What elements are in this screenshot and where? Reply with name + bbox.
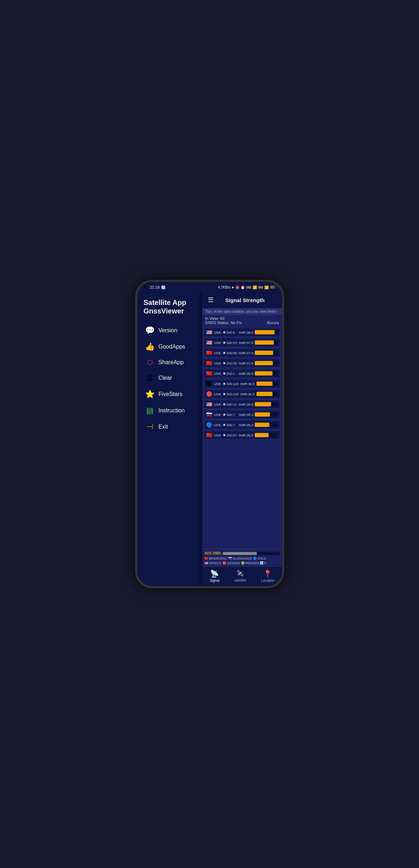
sidebar-item-instruction[interactable]: ▤ Instruction: [144, 402, 208, 419]
satellite-row: 🔴 USE: ✖ SID:195 SNR:36.5: [204, 389, 280, 399]
gnss-flag: 🟢: [241, 561, 245, 565]
signal-nav-label: Signal: [210, 579, 220, 583]
sat-flag: 🇷🇺: [206, 412, 213, 417]
sat-bar-container: [255, 340, 278, 345]
sat-flag: 🇺🇸: [206, 329, 213, 335]
sat-bar-container: [255, 361, 278, 365]
gnss-flag: 🇨🇳: [204, 557, 208, 560]
refresh-icon: 🔄: [161, 285, 165, 289]
time-display: 21:16: [150, 285, 160, 289]
sat-bar: [257, 382, 272, 386]
gnss-count-item: 🇺🇸GPS(11): [204, 561, 221, 565]
sat-bar-container: [255, 423, 278, 427]
panel-title: Signal Strength: [219, 297, 271, 303]
satellite-row: 🇨🇳 USE: ✖ SID:1 SNR:36.8: [204, 369, 280, 378]
instruction-icon: ▤: [145, 406, 155, 415]
hd-icon: HD: [246, 286, 252, 289]
goodapps-icon: 👍: [145, 342, 155, 351]
gnss-status-row: GNSS Status: No Fix Accura: [205, 321, 279, 325]
sat-snr: SNR:36.5: [240, 382, 255, 386]
satellites-list: 🇺🇸 USE: ✖ SID:5 SNR:38.0 🇺🇸 USE: ✖ SID:2…: [202, 326, 282, 549]
sat-snr: SNR:35.3: [238, 413, 253, 417]
sat-snr: SNR:36.5: [240, 392, 255, 396]
sidebar-item-version[interactable]: 💬 Version: [144, 322, 208, 339]
gnss-flag: 🇷🇺: [228, 557, 232, 560]
sat-bar: [255, 402, 271, 406]
sat-info: USE: ✖ SID:1: [214, 372, 237, 375]
sat-flag: 🇺🇸: [206, 401, 213, 407]
avg-snr-row: AVG SNR:: [204, 551, 280, 555]
sat-flag: 🇨🇳: [206, 432, 213, 438]
in-view-text: In View: 60: [205, 316, 224, 321]
gnss-label: BEIDOU(31): [209, 557, 227, 560]
phone-inner: 21:16 🔄 4.7KB/s ➤ 🔇 ⏰ HD 📶 HD 📶 97 S: [137, 282, 282, 586]
clear-icon: 🗑: [145, 373, 155, 383]
sat-info: USE: ✖ SID:195: [214, 392, 239, 396]
satellite-row: 🔵 USE: ✖ SID:7 SNR:35.2: [204, 420, 280, 429]
sidebar-item-shareapp[interactable]: ⬡ ShareApp: [144, 355, 208, 370]
shareapp-icon: ⬡: [145, 358, 155, 366]
sidebar-item-clear[interactable]: 🗑 Clear: [144, 370, 208, 386]
gnss-count-item: 🟢IRNSS(0): [241, 561, 259, 565]
satellite-nav-icon: 🛰: [237, 569, 244, 578]
status-left: 21:16 🔄: [144, 285, 166, 289]
signal-4g-2: 📶: [264, 285, 269, 289]
sat-flag: 🇺🇸: [206, 340, 213, 345]
sat-flag: 🅰: [206, 381, 213, 386]
satellite-row: 🇺🇸 USE: ✖ SID:23 SNR:37.8: [204, 338, 280, 347]
sat-info: USE: ✖ SID:59: [214, 351, 237, 355]
signal-nav-icon: 📡: [210, 569, 219, 578]
gnss-flag: 🔵: [253, 557, 257, 560]
hd-icon-2: HD: [258, 286, 264, 289]
status-bar: 21:16 🔄 4.7KB/s ➤ 🔇 ⏰ HD 📶 HD 📶 97: [137, 282, 282, 292]
sat-flag: 🇨🇳: [206, 371, 213, 376]
fivestars-label: FiveStars: [159, 391, 183, 397]
fivestars-icon: ⭐: [145, 390, 155, 399]
gnss-label: S: [264, 561, 266, 565]
sat-snr: SNR:37.8: [238, 341, 253, 345]
sidebar-item-exit[interactable]: ⊣ Exit: [144, 419, 208, 435]
sat-bar: [255, 371, 272, 375]
sidebar-menu: 💬 Version 👍 GoodApps ⬡ ShareApp 🗑 Clear: [144, 322, 208, 582]
clear-label: Clear: [159, 375, 172, 381]
sat-flag: 🔵: [206, 422, 213, 428]
sat-bar: [255, 423, 269, 427]
sat-flag: 🇨🇳: [206, 350, 213, 356]
avg-snr-bar: [223, 552, 280, 555]
sat-bar-container: [255, 351, 278, 355]
hamburger-button[interactable]: ☰: [206, 295, 216, 305]
exit-icon: ⊣: [145, 422, 155, 432]
nav-signal[interactable]: 📡 Signal: [205, 569, 224, 583]
version-icon: 💬: [145, 326, 155, 335]
gnss-status-text: GNSS Status: No Fix: [205, 321, 242, 325]
sat-bar-container: [257, 382, 278, 386]
sat-flag: 🇨🇳: [206, 360, 213, 366]
sat-bar-container: [255, 371, 278, 375]
sat-info: USE: ✖ SID:11: [214, 402, 237, 406]
exit-label: Exit: [159, 424, 168, 430]
sat-bar: [255, 412, 270, 417]
sat-flag: 🔴: [206, 391, 213, 397]
gnss-counts: 🇨🇳BEIDOU(31)🇷🇺GLONASS(8)🔵GALIL🇺🇸GPS(11)🔴…: [204, 557, 280, 565]
gnss-count-item: 🅰S: [260, 561, 266, 565]
goodapps-label: GoodApps: [159, 344, 186, 350]
panel-header: ☰ Signal Strength: [202, 292, 282, 308]
satellite-row: 🅰 USE: ✖ SID:122 SNR:36.5: [204, 379, 280, 388]
satellite-row: 🇷🇺 USE: ✖ SID:7 SNR:35.3: [204, 410, 280, 419]
sat-bar: [255, 361, 273, 365]
satellite-row: 🇺🇸 USE: ✖ SID:11 SNR:35.9: [204, 400, 280, 409]
sidebar-item-fivestars[interactable]: ⭐ FiveStars: [144, 386, 208, 402]
signal-4g-1: 📶: [253, 285, 257, 289]
gnss-label: QZSS(4): [227, 561, 240, 565]
status-right: 4.7KB/s ➤ 🔇 ⏰ HD 📶 HD 📶 97: [218, 285, 275, 289]
sidebar-item-goodapps[interactable]: 👍 GoodApps: [144, 339, 208, 355]
sat-bar: [255, 340, 274, 345]
nav-satellite[interactable]: 🛰 satellite: [230, 569, 250, 583]
mute-icon: 🔇: [235, 285, 239, 289]
version-label: Version: [159, 327, 177, 334]
info-bar: In View: 60 GNSS Status: No Fix Accura: [202, 315, 282, 326]
location-nav-icon: 📍: [263, 569, 272, 578]
sat-info: USE: ✖ SID:33: [214, 361, 237, 365]
battery-display: 97: [270, 285, 275, 289]
nav-location[interactable]: 📍 Location: [257, 569, 279, 583]
